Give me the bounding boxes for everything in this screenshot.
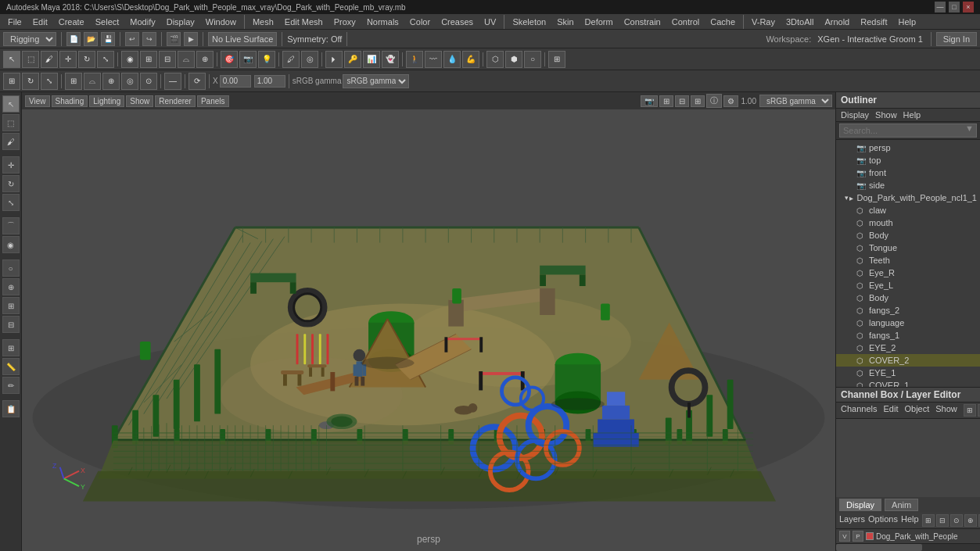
scale-tool[interactable]: ⤡: [2, 194, 20, 211]
lattice-tool[interactable]: ⊞: [2, 297, 20, 314]
sign-in-button[interactable]: Sign In: [936, 32, 977, 46]
xray-icon[interactable]: ⬡: [486, 51, 504, 68]
curve-tool[interactable]: ⌒: [2, 217, 20, 234]
help-menu[interactable]: Help: [901, 514, 919, 527]
menu-deform[interactable]: Deform: [580, 16, 618, 28]
color-space-select[interactable]: sRGB gamma: [759, 95, 832, 107]
menu-file[interactable]: File: [3, 16, 27, 28]
outliner-search-input[interactable]: [839, 123, 977, 138]
shading-menu[interactable]: Shading: [52, 95, 88, 107]
key-icon[interactable]: 🔑: [344, 51, 361, 68]
view-menu[interactable]: View: [25, 95, 50, 107]
tree-item[interactable]: 📷side: [836, 179, 980, 191]
history-icon[interactable]: ⟳: [188, 73, 206, 90]
menu-redsift[interactable]: Redsift: [856, 16, 892, 28]
menu-skin[interactable]: Skin: [552, 16, 578, 28]
anim-tab[interactable]: Anim: [885, 499, 918, 511]
render-icon[interactable]: 🎬: [167, 32, 181, 46]
color-space-dropdown[interactable]: sRGB gamma: [343, 74, 409, 88]
menu-normals[interactable]: Normals: [362, 16, 404, 28]
tree-item[interactable]: ⬡claw: [836, 204, 980, 216]
script-tool[interactable]: 📋: [2, 400, 20, 417]
outliner-help-menu[interactable]: Help: [903, 110, 921, 120]
snap-move-icon[interactable]: ⊞: [3, 73, 20, 90]
maximize-button[interactable]: □: [949, 2, 960, 13]
snap-surface-icon[interactable]: ◎: [121, 73, 138, 90]
paint-select-icon[interactable]: 🖌: [41, 51, 58, 68]
layer-btn2[interactable]: ⊟: [936, 514, 949, 527]
select-tool-icon[interactable]: ↖: [3, 51, 20, 68]
menu-edit[interactable]: Edit: [28, 16, 52, 28]
tree-item[interactable]: ⬡Tongue: [836, 242, 980, 254]
render2-icon[interactable]: ▶: [184, 32, 198, 46]
smooth-icon[interactable]: ○: [524, 51, 541, 68]
camera-view-icon[interactable]: 📷: [641, 95, 658, 107]
minimize-button[interactable]: —: [935, 2, 946, 13]
move-tool[interactable]: ✛: [2, 156, 20, 174]
rotate-tool[interactable]: ↻: [2, 175, 20, 192]
layout-icon[interactable]: ⊞: [548, 51, 565, 68]
snap-scale-icon[interactable]: ⤡: [41, 73, 58, 90]
scrollbar-thumb[interactable]: [836, 544, 922, 551]
tree-item[interactable]: ⬡COVER_1: [836, 379, 980, 387]
renderer-menu[interactable]: Renderer: [155, 95, 196, 107]
redo-icon[interactable]: ↪: [142, 32, 156, 46]
layers-menu[interactable]: Layers: [839, 514, 865, 527]
tree-item[interactable]: ⬡EYE_2: [836, 342, 980, 354]
lasso-tool-icon[interactable]: ⬚: [22, 51, 39, 68]
wireframe-icon[interactable]: ⬢: [505, 51, 522, 68]
undo-icon[interactable]: ↩: [125, 32, 139, 46]
edit-menu[interactable]: Edit: [883, 404, 898, 417]
menu-control[interactable]: Control: [667, 16, 704, 28]
snap-grid-tool[interactable]: ⊞: [2, 339, 20, 356]
scale-input[interactable]: [254, 75, 285, 88]
menu-select[interactable]: Select: [91, 16, 124, 28]
tree-item[interactable]: ⬡Body: [836, 292, 980, 304]
layer-btn1[interactable]: ⊞: [922, 514, 935, 527]
snap-grid2-icon[interactable]: ⊞: [65, 73, 82, 90]
tree-item[interactable]: ⬡fangs_2: [836, 304, 980, 317]
menu-help[interactable]: Help: [893, 16, 921, 28]
viewport[interactable]: View Shading Lighting Show Renderer Pane…: [22, 92, 835, 551]
channels-menu[interactable]: Channels: [841, 404, 877, 417]
panels-menu[interactable]: Panels: [197, 95, 229, 107]
cb-icon1[interactable]: ⊞: [964, 404, 976, 417]
menu-uv[interactable]: UV: [479, 16, 501, 28]
input-line-icon[interactable]: —: [164, 73, 181, 90]
paint-select[interactable]: 🖌: [2, 133, 20, 150]
new-scene-icon[interactable]: 📄: [66, 32, 81, 46]
lasso-tool[interactable]: ⬚: [2, 114, 20, 131]
layer-v-btn[interactable]: V: [839, 531, 850, 542]
tree-item[interactable]: 📷top: [836, 154, 980, 166]
menu-color[interactable]: Color: [405, 16, 435, 28]
show-menu[interactable]: Show: [935, 404, 957, 417]
grid-icon[interactable]: ⊞: [691, 95, 705, 107]
menu-creases[interactable]: Creases: [436, 16, 478, 28]
menu-skeleton[interactable]: Skeleton: [508, 16, 551, 28]
char-icon[interactable]: 🚶: [406, 51, 423, 68]
rotate-tool-icon[interactable]: ↻: [78, 51, 95, 68]
layer-item[interactable]: V P Dog_Park_with_People: [836, 529, 980, 543]
outliner-show-menu[interactable]: Show: [875, 110, 897, 120]
menu-display[interactable]: Display: [162, 16, 199, 28]
anim-icon[interactable]: 📊: [363, 51, 380, 68]
snap-point-icon[interactable]: ⊕: [196, 51, 214, 68]
object-menu[interactable]: Object: [904, 404, 929, 417]
muscle-icon[interactable]: 💪: [462, 51, 479, 68]
options-menu[interactable]: Options: [868, 514, 898, 527]
snap-point2-icon[interactable]: ⊕: [102, 73, 120, 90]
soft-mod-tool[interactable]: ○: [2, 259, 20, 277]
layer-btn3[interactable]: ⊙: [950, 514, 963, 527]
lighting-menu[interactable]: Lighting: [89, 95, 124, 107]
tree-item[interactable]: ⬡Teeth: [836, 254, 980, 267]
tree-item[interactable]: ⬡COVER_2: [836, 354, 980, 367]
soft-select-icon[interactable]: ◉: [121, 51, 138, 68]
measure-tool[interactable]: 📏: [2, 358, 20, 375]
select-tool[interactable]: ↖: [2, 95, 20, 113]
snap-live-icon[interactable]: ⊙: [140, 73, 157, 90]
ghost-icon[interactable]: 👻: [382, 51, 399, 68]
tree-item[interactable]: ⬡Body: [836, 229, 980, 242]
open-icon[interactable]: 📂: [84, 32, 98, 46]
render-view-icon[interactable]: 🎯: [221, 51, 238, 68]
snap-curve2-icon[interactable]: ⌓: [84, 73, 101, 90]
